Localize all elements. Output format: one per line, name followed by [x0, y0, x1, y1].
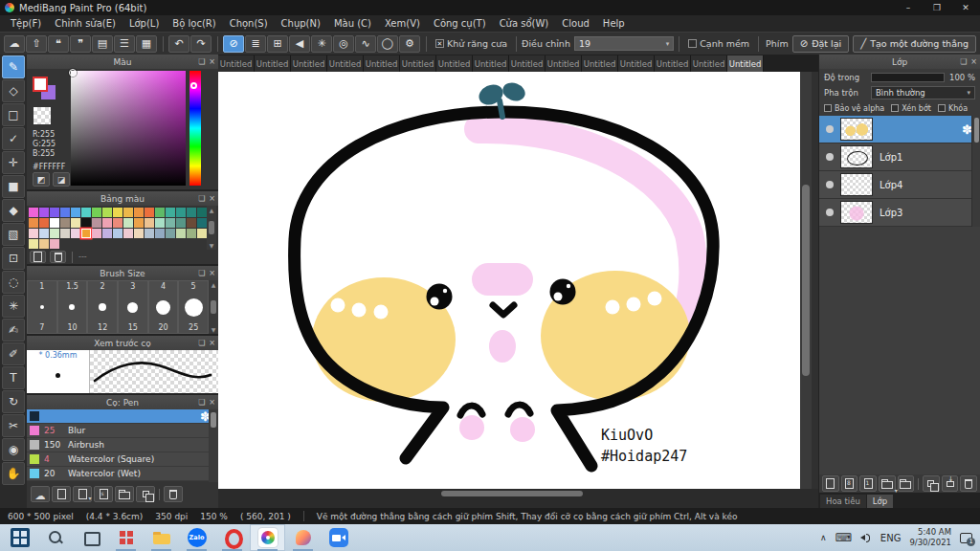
- palette-swatch[interactable]: [92, 208, 101, 217]
- undo-icon[interactable]: ↶: [168, 35, 189, 53]
- scroll-thumb[interactable]: [802, 185, 810, 376]
- layer-row[interactable]: Lớp1: [819, 143, 980, 171]
- snap-grid-icon[interactable]: ⊞: [267, 35, 288, 53]
- popout-icon[interactable]: ❏: [960, 55, 967, 69]
- document-tab-9[interactable]: Untitled: [546, 55, 582, 72]
- palette-swatch[interactable]: [197, 229, 207, 238]
- duplicate-brush-button[interactable]: [136, 486, 155, 502]
- palette-swatch[interactable]: [134, 208, 144, 217]
- close-icon[interactable]: ×: [970, 55, 977, 69]
- foreground-color-swatch[interactable]: [33, 77, 48, 92]
- document-icon[interactable]: ▤: [92, 35, 113, 53]
- canvas[interactable]: KiuOvO #Hoidap247: [218, 72, 800, 489]
- new-palette-color-button[interactable]: [30, 251, 46, 263]
- document-tab-8[interactable]: Untitled: [509, 55, 546, 72]
- control-tool[interactable]: ✓: [2, 127, 25, 150]
- palette-swatch[interactable]: [39, 218, 49, 228]
- palette-swatch[interactable]: [29, 239, 38, 249]
- palette-swatch[interactable]: [39, 208, 49, 217]
- snap-concentric-icon[interactable]: ◎: [333, 35, 354, 53]
- scroll-up-icon[interactable]: ▲: [210, 207, 214, 213]
- palette-swatch[interactable]: [39, 229, 49, 238]
- snap-vanishing-icon[interactable]: ◀: [289, 35, 310, 53]
- layer-visibility-toggle[interactable]: [826, 125, 834, 133]
- brush-size-cell[interactable]: 525: [178, 280, 209, 334]
- palette-swatch[interactable]: [155, 208, 165, 217]
- script-brush-button[interactable]: s: [94, 486, 113, 502]
- brush-item[interactable]: 20Watercolor (Wet): [27, 467, 218, 481]
- list-icon[interactable]: ☰: [114, 35, 135, 53]
- rotate-tool[interactable]: ↻: [2, 390, 25, 413]
- clock[interactable]: 5:40 AM 9/30/2021: [909, 527, 951, 547]
- menu-item-4[interactable]: Chọn(S): [223, 18, 275, 29]
- hand-tool[interactable]: ✋: [2, 462, 25, 485]
- brush-size-cell[interactable]: 1.510: [57, 280, 88, 334]
- correction-select[interactable]: 19 ▾: [574, 36, 674, 51]
- palette-swatch[interactable]: [113, 208, 122, 217]
- new-layer-button[interactable]: [822, 475, 839, 492]
- bucket-tool[interactable]: ◆: [2, 199, 25, 222]
- publish-icon[interactable]: ⇧: [26, 35, 47, 53]
- palette-icon[interactable]: ◩: [33, 172, 50, 187]
- scroll-down-icon[interactable]: ▼: [210, 242, 214, 249]
- palette-swatch[interactable]: [166, 229, 175, 238]
- palette-swatch[interactable]: [81, 218, 91, 228]
- straight-line-button[interactable]: ╱ Tạo một đường thẳng: [853, 35, 976, 53]
- scroll-thumb[interactable]: [441, 491, 583, 496]
- reset-button[interactable]: ⊘ Đặt lại: [792, 35, 849, 53]
- brush-size-cell[interactable]: 420: [148, 280, 179, 334]
- scroll-up-icon[interactable]: ▲: [212, 281, 216, 288]
- brush-size-scrollbar[interactable]: ▲ ▼: [209, 280, 218, 334]
- file-explorer[interactable]: [144, 524, 179, 551]
- transparent-color-swatch[interactable]: [33, 107, 51, 124]
- palette-scrollbar[interactable]: ▲ ▼: [207, 206, 216, 250]
- palette-swatch[interactable]: [123, 208, 133, 217]
- palette-swatch[interactable]: [71, 208, 80, 217]
- palette-swatch[interactable]: [155, 229, 165, 238]
- menu-item-11[interactable]: Help: [596, 18, 632, 29]
- soft-edge-checkbox[interactable]: Cạnh mềm: [688, 38, 749, 49]
- document-tab-3[interactable]: Untitled: [327, 55, 364, 72]
- close-button[interactable]: ✕: [951, 0, 980, 15]
- brush-item[interactable]: ✽: [27, 409, 218, 424]
- lasso-tool[interactable]: ◌: [2, 271, 25, 294]
- palette-swatch[interactable]: [92, 229, 101, 238]
- menu-item-6[interactable]: Màu (C): [327, 18, 378, 29]
- palette-swatch[interactable]: [197, 218, 207, 228]
- document-tab-7[interactable]: Untitled: [473, 55, 509, 72]
- palette-swatch[interactable]: [113, 218, 122, 228]
- select-eraser-tool[interactable]: ✐: [2, 342, 25, 365]
- menu-item-10[interactable]: Cloud: [555, 18, 596, 29]
- palette-add-icon[interactable]: ◪: [53, 172, 70, 187]
- document-tab-14[interactable]: Untitled: [727, 55, 764, 72]
- palette-swatch[interactable]: [197, 208, 207, 217]
- palette-swatch[interactable]: [187, 218, 196, 228]
- merge-layer-button[interactable]: [942, 475, 959, 492]
- zalo-app[interactable]: Zalo: [179, 524, 214, 551]
- menu-item-5[interactable]: Chụp(N): [275, 18, 327, 29]
- palette-swatch[interactable]: [166, 208, 175, 217]
- menu-item-2[interactable]: Lớp(L): [122, 18, 166, 29]
- search-button[interactable]: [37, 524, 73, 551]
- menu-item-3[interactable]: Bộ lọc(R): [166, 18, 222, 29]
- delete-palette-color-button[interactable]: [50, 251, 66, 263]
- meeting-app[interactable]: [321, 524, 356, 551]
- document-tab-4[interactable]: Untitled: [364, 55, 400, 72]
- palette-swatch[interactable]: [29, 208, 38, 217]
- palette-swatch[interactable]: [92, 218, 101, 228]
- layer-row[interactable]: Lớp4: [819, 171, 980, 199]
- layer-row[interactable]: ✽: [819, 116, 980, 143]
- select-tool[interactable]: ⊡: [2, 247, 25, 270]
- new-1bit-layer-button[interactable]: 1: [859, 475, 877, 492]
- palette-swatch[interactable]: [145, 229, 154, 238]
- palette-swatch[interactable]: [60, 229, 70, 238]
- add-brush-button[interactable]: [31, 486, 50, 502]
- document-tab-12[interactable]: Untitled: [655, 55, 691, 72]
- layer-visibility-toggle[interactable]: [826, 181, 834, 188]
- select-pen-tool[interactable]: ✍: [2, 319, 25, 342]
- brush-item[interactable]: 25Blur: [27, 424, 218, 438]
- duplicate-layer-button[interactable]: [923, 475, 940, 492]
- snap-parallel-icon[interactable]: ≣: [245, 35, 266, 53]
- new-8bit-layer-button[interactable]: 8: [841, 475, 858, 492]
- canvas-vertical-scrollbar[interactable]: [800, 72, 812, 489]
